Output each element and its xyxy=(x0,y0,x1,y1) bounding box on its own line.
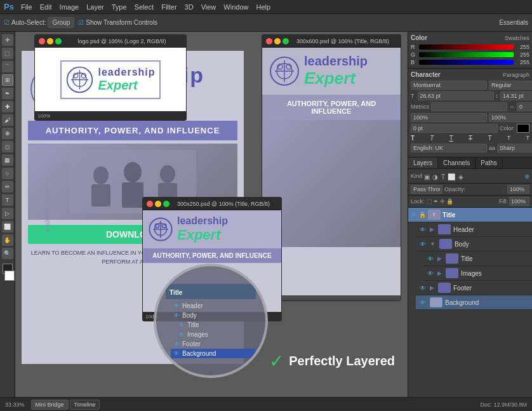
eraser-tool[interactable]: ◻ xyxy=(2,141,13,152)
tracking-input[interactable] xyxy=(517,102,532,111)
images-eye-icon[interactable]: 👁 xyxy=(426,269,435,278)
menu-type[interactable]: Type xyxy=(109,2,130,12)
eyedropper-tool[interactable]: ✒ xyxy=(2,88,13,99)
tab-channels[interactable]: Channels xyxy=(438,158,475,168)
menu-window[interactable]: Window xyxy=(220,2,251,12)
logo-max-btn[interactable] xyxy=(55,38,62,44)
pen-tool[interactable]: ✏ xyxy=(2,181,13,192)
body-layer-row[interactable]: 👁 ▼ Body xyxy=(416,237,532,252)
header-expand-icon[interactable]: ▶ xyxy=(430,226,434,232)
header-eye-icon[interactable]: 👁 xyxy=(418,225,427,234)
swatches-tab[interactable]: Swatches xyxy=(505,35,529,41)
fill-input[interactable] xyxy=(509,197,529,206)
blend-mode-input[interactable] xyxy=(411,185,442,194)
font-size-input[interactable] xyxy=(418,91,494,100)
crop-tool[interactable]: ⊞ xyxy=(2,74,13,86)
language-input[interactable] xyxy=(411,144,487,152)
small-min-btn[interactable] xyxy=(155,201,161,207)
title-eye-icon[interactable]: 👁 xyxy=(411,212,417,219)
font-style-input[interactable] xyxy=(489,81,532,90)
images-layer-row[interactable]: 👁 ▶ Images xyxy=(423,266,532,281)
body-expand-icon[interactable]: ▼ xyxy=(430,241,436,247)
body-eye-icon[interactable]: 👁 xyxy=(418,239,427,248)
type-caps[interactable]: T xyxy=(488,135,491,142)
shape-tool[interactable]: ⬜ xyxy=(2,221,13,232)
tab-paths[interactable]: Paths xyxy=(475,158,503,168)
type-underline[interactable]: T xyxy=(449,135,453,142)
red-slider[interactable] xyxy=(419,44,514,50)
footer-expand-icon[interactable]: ▶ xyxy=(430,285,434,291)
tab-layers[interactable]: Layers xyxy=(408,158,438,168)
timeline-tab[interactable]: Timeline xyxy=(70,400,100,410)
menu-select[interactable]: Select xyxy=(131,2,157,12)
type-sub[interactable]: T xyxy=(526,135,529,142)
banner-close-btn[interactable] xyxy=(266,38,272,44)
menu-3d[interactable]: 3D xyxy=(182,2,197,12)
color-swatch[interactable] xyxy=(517,124,529,133)
scale-v-input[interactable] xyxy=(489,113,532,122)
scale-h-input[interactable] xyxy=(411,113,487,122)
lock-paint-icon[interactable]: ✒ xyxy=(434,198,439,205)
small-max-btn[interactable] xyxy=(163,201,170,207)
canvas-area[interactable]: leadership Expert AUTHORITY, POWER, AND … xyxy=(15,32,408,397)
filter-smart-icon[interactable]: ◈ xyxy=(458,173,463,180)
anti-alias-input[interactable] xyxy=(497,144,532,152)
menu-layer[interactable]: Layer xyxy=(83,2,107,12)
zoom-tool[interactable]: 🔍 xyxy=(2,248,13,259)
select-tool[interactable]: ⬚ xyxy=(2,48,13,59)
lock-all-icon[interactable]: 🔒 xyxy=(446,198,453,205)
filter-adjust-icon[interactable]: ◑ xyxy=(432,173,438,180)
menu-image[interactable]: Image xyxy=(57,2,83,12)
bg-eye-icon[interactable]: 👁 xyxy=(418,298,427,307)
menu-help[interactable]: Help xyxy=(253,2,274,12)
hand-tool[interactable]: ✋ xyxy=(2,234,13,246)
blue-slider[interactable] xyxy=(419,60,514,65)
footer-layer-row[interactable]: 👁 ▶ Footer xyxy=(416,281,532,295)
filter-toggle[interactable]: ⊕ xyxy=(524,173,529,180)
title-sub-expand-icon[interactable]: ▶ xyxy=(437,255,442,262)
green-slider[interactable] xyxy=(419,52,514,57)
paragraph-tab[interactable]: Paragraph xyxy=(503,72,529,78)
type-italic[interactable]: T xyxy=(430,135,434,142)
menu-view[interactable]: View xyxy=(198,2,220,12)
clone-tool[interactable]: ⊕ xyxy=(2,128,13,139)
type-strikethrough[interactable]: T xyxy=(469,135,472,142)
lock-position-icon[interactable]: ✛ xyxy=(440,198,445,205)
brush-tool[interactable]: 🖌 xyxy=(2,114,13,126)
mini-bridge-tab[interactable]: Mini Bridge xyxy=(31,400,69,410)
filter-pixel-icon[interactable]: ▣ xyxy=(424,173,430,180)
footer-eye-icon[interactable]: 👁 xyxy=(418,283,427,292)
type-tool[interactable]: T xyxy=(2,194,13,206)
path-tool[interactable]: ▷ xyxy=(2,208,13,219)
dodge-tool[interactable]: ○ xyxy=(2,168,13,179)
move-tool[interactable]: ✛ xyxy=(2,34,13,46)
menu-edit[interactable]: Edit xyxy=(37,2,55,12)
font-family-input[interactable] xyxy=(411,81,487,90)
header-layer-row[interactable]: 👁 ▶ Header xyxy=(416,222,532,237)
metrics-input[interactable] xyxy=(431,102,507,111)
heal-tool[interactable]: ✚ xyxy=(2,101,13,112)
logo-close-btn[interactable] xyxy=(39,38,45,44)
logo-min-btn[interactable] xyxy=(47,38,53,44)
background-color[interactable] xyxy=(4,271,15,281)
filter-type-icon[interactable]: T xyxy=(441,173,445,180)
group-selector[interactable]: Group xyxy=(48,17,74,28)
filter-shape-icon[interactable]: ⬜ xyxy=(448,173,455,180)
character-tab[interactable]: Character xyxy=(411,71,441,78)
title-sub-eye-icon[interactable]: 👁 xyxy=(426,254,435,263)
type-bold[interactable]: T xyxy=(411,135,415,142)
lasso-tool[interactable]: ⌒ xyxy=(2,61,13,72)
opacity-input[interactable] xyxy=(507,185,529,194)
banner-min-btn[interactable] xyxy=(274,38,281,44)
menu-file[interactable]: File xyxy=(18,2,36,12)
auto-select-toggle[interactable]: ☑ Auto-Select: Group xyxy=(4,17,74,28)
gradient-tool[interactable]: ▦ xyxy=(2,154,13,166)
title-sublayer-row[interactable]: 👁 ▶ Title xyxy=(423,252,532,266)
banner-max-btn[interactable] xyxy=(283,38,289,44)
baseline-input[interactable] xyxy=(411,124,498,133)
title-layer-row[interactable]: 👁 🔒 T Title xyxy=(408,208,532,222)
background-layer-row[interactable]: 👁 Background xyxy=(416,295,532,310)
lock-transparent-icon[interactable]: ⬚ xyxy=(427,198,432,205)
type-super[interactable]: T xyxy=(507,135,511,142)
images-expand-icon[interactable]: ▶ xyxy=(437,270,442,276)
